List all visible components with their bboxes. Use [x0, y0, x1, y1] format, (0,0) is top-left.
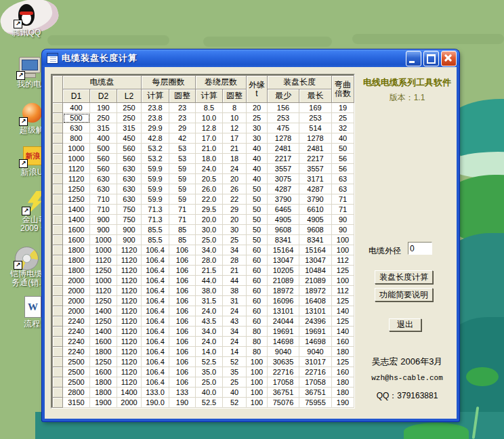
- grid-cell[interactable]: 900: [90, 215, 117, 225]
- grid-cell[interactable]: 1600: [63, 225, 90, 235]
- grid-cell[interactable]: 100: [247, 357, 268, 367]
- grid-cell[interactable]: 90: [332, 225, 354, 235]
- grid-cell[interactable]: 18972: [299, 286, 332, 296]
- grid-cell[interactable]: 1400: [117, 388, 142, 398]
- grid-cell[interactable]: 71: [169, 205, 196, 215]
- grid-cell[interactable]: 190.0: [142, 398, 169, 408]
- grid-cell[interactable]: 24: [223, 306, 247, 316]
- grid-cell[interactable]: 8: [223, 103, 247, 113]
- grid-cell[interactable]: 100: [332, 235, 354, 245]
- grid-cell[interactable]: 1120: [63, 164, 90, 174]
- grid-cell[interactable]: 1900: [90, 398, 117, 408]
- grid-cell[interactable]: 3790: [268, 194, 299, 205]
- grid-cell[interactable]: 100: [247, 377, 268, 388]
- grid-cell[interactable]: 60: [247, 316, 268, 327]
- grid-cell[interactable]: 18: [223, 154, 247, 164]
- grid-cell[interactable]: 71: [332, 194, 354, 205]
- row-selector[interactable]: [53, 316, 63, 327]
- grid-cell[interactable]: 900: [117, 225, 142, 235]
- grid-cell[interactable]: 60: [247, 286, 268, 296]
- grid-cell[interactable]: 34: [223, 245, 247, 255]
- grid-cell[interactable]: 20.5: [196, 174, 223, 184]
- maximize-button[interactable]: [423, 51, 439, 66]
- grid-cell[interactable]: 21: [223, 266, 247, 276]
- grid-cell[interactable]: 2000: [63, 286, 90, 296]
- grid-cell[interactable]: 1000: [90, 245, 117, 255]
- grid-cell[interactable]: 3150: [63, 398, 90, 408]
- grid-cell[interactable]: 106.4: [142, 316, 169, 327]
- grid-cell[interactable]: 1800: [90, 388, 117, 398]
- grid-cell[interactable]: 1120: [117, 266, 142, 276]
- grid-cell[interactable]: 1120: [117, 367, 142, 377]
- grid-cell[interactable]: 1120: [117, 347, 142, 357]
- grid-cell[interactable]: 50: [247, 194, 268, 205]
- grid-cell[interactable]: 8341: [299, 235, 332, 245]
- grid-cell[interactable]: 106: [169, 245, 196, 255]
- grid-cell[interactable]: 1800: [90, 377, 117, 388]
- grid-cell[interactable]: 16408: [299, 296, 332, 306]
- grid-cell[interactable]: 169: [299, 103, 332, 113]
- grid-cell[interactable]: 25: [332, 113, 354, 123]
- grid-cell[interactable]: 9040: [299, 347, 332, 357]
- grid-cell[interactable]: 60: [247, 266, 268, 276]
- grid-cell[interactable]: 1400: [90, 327, 117, 337]
- row-selector[interactable]: [53, 215, 63, 225]
- grid-cell[interactable]: 160: [332, 367, 354, 377]
- grid-cell[interactable]: 514: [299, 123, 332, 133]
- grid-cell[interactable]: 560: [117, 144, 142, 154]
- grid-cell[interactable]: 106: [169, 316, 196, 327]
- grid-cell[interactable]: 24.0: [196, 164, 223, 174]
- grid-cell[interactable]: 180: [332, 377, 354, 388]
- close-button[interactable]: [441, 51, 457, 66]
- row-selector[interactable]: [53, 388, 63, 398]
- row-selector[interactable]: [53, 205, 63, 215]
- row-selector[interactable]: [53, 113, 63, 123]
- grid-cell[interactable]: 50: [247, 215, 268, 225]
- grid-cell[interactable]: 250: [90, 113, 117, 123]
- grid-cell[interactable]: 4905: [268, 215, 299, 225]
- grid-cell[interactable]: 36751: [299, 388, 332, 398]
- grid-cell[interactable]: 59.9: [142, 164, 169, 174]
- grid-cell[interactable]: 25.0: [196, 235, 223, 245]
- grid-cell[interactable]: 85.5: [142, 225, 169, 235]
- grid-cell[interactable]: 100: [332, 276, 354, 286]
- grid-cell[interactable]: 36751: [268, 388, 299, 398]
- grid-cell[interactable]: 253: [268, 113, 299, 123]
- grid-cell[interactable]: 6610: [299, 205, 332, 215]
- grid-cell[interactable]: 106.4: [142, 266, 169, 276]
- grid-cell[interactable]: 400: [63, 103, 90, 113]
- grid-cell[interactable]: 2217: [268, 154, 299, 164]
- grid-cell[interactable]: 750: [117, 205, 142, 215]
- grid-cell[interactable]: 2000: [63, 306, 90, 316]
- grid-cell[interactable]: 106: [169, 337, 196, 347]
- grid-cell[interactable]: 12: [223, 123, 247, 133]
- grid-cell[interactable]: 23: [169, 113, 196, 123]
- grid-cell[interactable]: 106: [169, 357, 196, 367]
- grid-cell[interactable]: 59.9: [142, 194, 169, 205]
- grid-cell[interactable]: 40: [223, 388, 247, 398]
- grid-cell[interactable]: 1000: [63, 154, 90, 164]
- grid-cell[interactable]: 60: [247, 296, 268, 306]
- grid-cell[interactable]: 1600: [63, 235, 90, 245]
- grid-cell[interactable]: 25.0: [196, 377, 223, 388]
- grid-cell[interactable]: 50: [247, 184, 268, 194]
- grid-cell[interactable]: 4287: [268, 184, 299, 194]
- grid-cell[interactable]: 59.9: [142, 184, 169, 194]
- grid-cell[interactable]: 30: [247, 133, 268, 144]
- row-selector[interactable]: [53, 144, 63, 154]
- grid-cell[interactable]: 17: [223, 133, 247, 144]
- row-selector[interactable]: [53, 245, 63, 255]
- row-selector[interactable]: [53, 296, 63, 306]
- row-selector[interactable]: [53, 398, 63, 408]
- grid-cell[interactable]: 630: [90, 174, 117, 184]
- grid-cell[interactable]: 53: [169, 144, 196, 154]
- grid-cell[interactable]: 106.4: [142, 306, 169, 316]
- grid-cell[interactable]: 85.5: [142, 235, 169, 245]
- grid-cell[interactable]: 71: [169, 215, 196, 225]
- grid-cell[interactable]: 14: [223, 347, 247, 357]
- grid-cell[interactable]: 106: [169, 306, 196, 316]
- grid-cell[interactable]: 20: [223, 174, 247, 184]
- grid-cell[interactable]: 1278: [299, 133, 332, 144]
- grid-cell[interactable]: 106.4: [142, 377, 169, 388]
- grid-cell[interactable]: 59: [169, 184, 196, 194]
